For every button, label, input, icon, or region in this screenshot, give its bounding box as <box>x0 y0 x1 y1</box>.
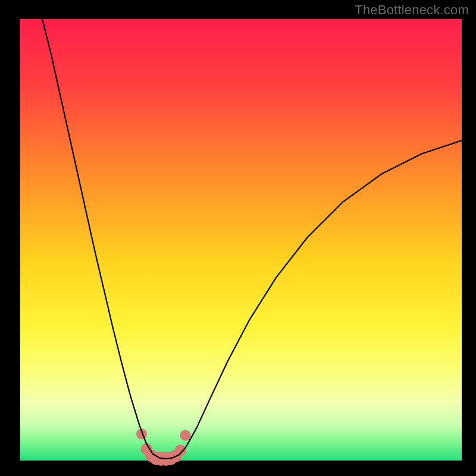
bottleneck-plot <box>0 0 476 476</box>
highlight-marker <box>175 444 186 456</box>
highlight-marker <box>180 430 191 441</box>
svg-rect-0 <box>20 19 462 461</box>
chart-frame: TheBottleneck.com <box>0 0 476 476</box>
watermark-text: TheBottleneck.com <box>355 2 469 18</box>
